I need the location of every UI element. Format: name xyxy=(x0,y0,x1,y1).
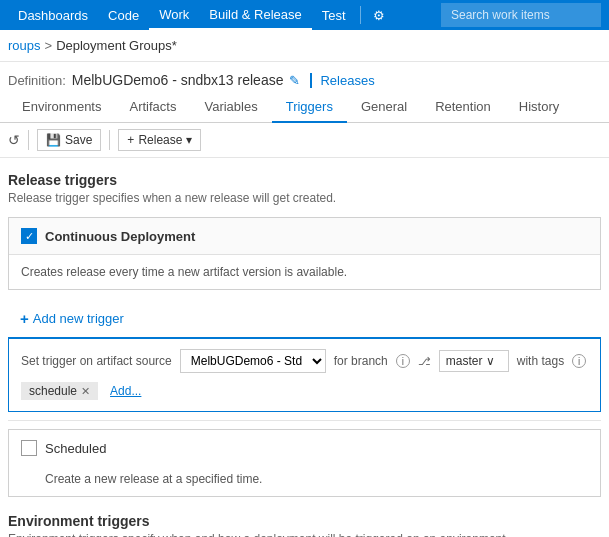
tab-environments[interactable]: Environments xyxy=(8,92,115,123)
continuous-deployment-body: Creates release every time a new artifac… xyxy=(9,255,600,289)
breadcrumb-deployment-groups[interactable]: Deployment Groups* xyxy=(56,38,177,53)
tag-remove-icon[interactable]: ✕ xyxy=(81,385,90,398)
branch-chevron-icon: ∨ xyxy=(486,354,495,368)
tag-chip-label: schedule xyxy=(29,384,77,398)
continuous-deployment-checkbox[interactable]: ✓ xyxy=(21,228,37,244)
trigger-source-label: Set trigger on artifact source xyxy=(21,354,172,368)
save-disk-icon: 💾 xyxy=(46,133,61,147)
settings-icon[interactable]: ⚙ xyxy=(365,0,393,30)
tab-variables[interactable]: Variables xyxy=(190,92,271,123)
refresh-icon[interactable]: ↺ xyxy=(8,132,20,148)
definition-prefix: Definition: xyxy=(8,73,66,88)
definition-row: Definition: MelbUGDemo6 - sndbx13 releas… xyxy=(0,62,609,92)
nav-dashboards[interactable]: Dashboards xyxy=(8,0,98,30)
release-triggers-title: Release triggers xyxy=(8,172,601,188)
scheduled-checkbox[interactable] xyxy=(21,440,37,456)
continuous-deployment-title: Continuous Deployment xyxy=(45,229,195,244)
continuous-deployment-header: ✓ Continuous Deployment xyxy=(9,218,600,255)
schedule-tag-chip[interactable]: schedule ✕ xyxy=(21,382,98,400)
scheduled-header: Scheduled xyxy=(9,430,600,466)
add-tag-button[interactable]: Add... xyxy=(106,381,145,401)
releases-link[interactable]: Releases xyxy=(310,73,374,88)
release-triggers-desc: Release trigger specifies when a new rel… xyxy=(8,191,601,205)
env-triggers-desc: Environment triggers specify when and ho… xyxy=(8,532,601,537)
nav-build-release[interactable]: Build & Release xyxy=(199,0,312,30)
tab-triggers[interactable]: Triggers xyxy=(272,92,347,123)
tab-general[interactable]: General xyxy=(347,92,421,123)
edit-definition-icon[interactable]: ✎ xyxy=(289,73,300,88)
toolbar: ↺ 💾 Save + Release ▾ xyxy=(0,123,609,158)
content-area: Release triggers Release trigger specifi… xyxy=(0,158,609,537)
breadcrumb-sep: > xyxy=(45,38,53,53)
branch-info-icon[interactable]: i xyxy=(396,354,410,368)
environment-triggers-section: Environment triggers Environment trigger… xyxy=(8,513,601,537)
scheduled-body: Create a new release at a specified time… xyxy=(9,466,600,496)
top-navigation: Dashboards Code Work Build & Release Tes… xyxy=(0,0,609,30)
env-triggers-title: Environment triggers xyxy=(8,513,601,529)
breadcrumb-groups[interactable]: roups xyxy=(8,38,41,53)
nav-work[interactable]: Work xyxy=(149,0,199,30)
nav-code[interactable]: Code xyxy=(98,0,149,30)
plus-icon: + xyxy=(127,133,134,147)
tags-info-icon[interactable]: i xyxy=(572,354,586,368)
branch-select[interactable]: master ∨ xyxy=(439,350,509,372)
toolbar-sep2 xyxy=(109,130,110,150)
add-trigger-link[interactable]: + Add new trigger xyxy=(8,304,601,333)
nav-separator xyxy=(360,6,361,24)
for-branch-label: for branch xyxy=(334,354,388,368)
scheduled-card: Scheduled Create a new release at a spec… xyxy=(8,429,601,497)
toolbar-sep1 xyxy=(28,130,29,150)
divider-1 xyxy=(8,420,601,421)
save-label: Save xyxy=(65,133,92,147)
artifact-trigger-row: Set trigger on artifact source MelbUGDem… xyxy=(8,337,601,412)
add-trigger-plus-icon: + xyxy=(20,310,29,327)
tab-history[interactable]: History xyxy=(505,92,573,123)
artifact-source-select[interactable]: MelbUGDemo6 - Std xyxy=(180,349,326,373)
continuous-deployment-card: ✓ Continuous Deployment Creates release … xyxy=(8,217,601,290)
release-label: Release xyxy=(138,133,182,147)
tab-artifacts[interactable]: Artifacts xyxy=(115,92,190,123)
add-trigger-label: Add new trigger xyxy=(33,311,124,326)
definition-name: MelbUGDemo6 - sndbx13 release xyxy=(72,72,284,88)
with-tags-label: with tags xyxy=(517,354,564,368)
tab-retention[interactable]: Retention xyxy=(421,92,505,123)
nav-test[interactable]: Test xyxy=(312,0,356,30)
breadcrumb: roups > Deployment Groups* xyxy=(0,30,609,62)
tabs-bar: Environments Artifacts Variables Trigger… xyxy=(0,92,609,123)
branch-value: master xyxy=(446,354,483,368)
release-button[interactable]: + Release ▾ xyxy=(118,129,201,151)
scheduled-title: Scheduled xyxy=(45,441,106,456)
release-drop-icon: ▾ xyxy=(186,133,192,147)
search-input[interactable] xyxy=(441,3,601,27)
branch-git-icon: ⎇ xyxy=(418,355,431,368)
save-button[interactable]: 💾 Save xyxy=(37,129,101,151)
